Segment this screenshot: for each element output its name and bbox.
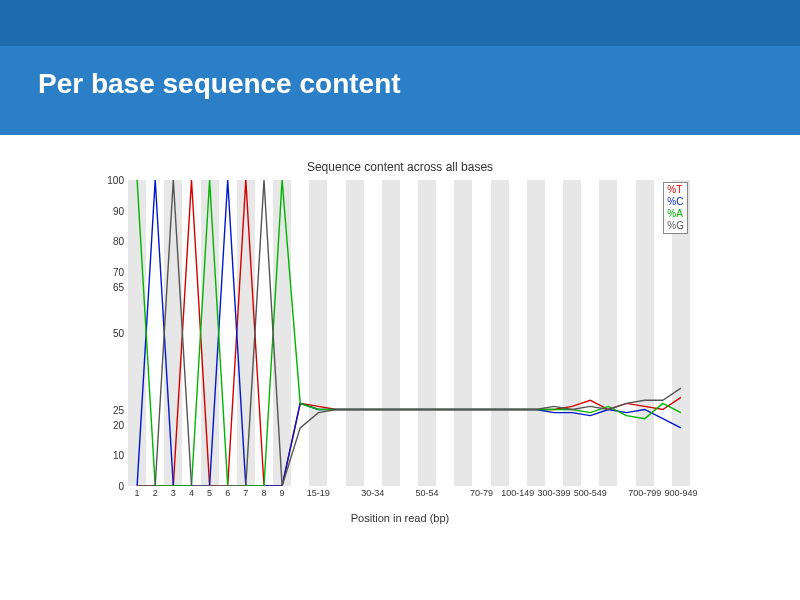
x-tick: 6 bbox=[225, 488, 230, 498]
legend-item-a: %A bbox=[667, 208, 684, 220]
x-tick: 50-54 bbox=[416, 488, 439, 498]
x-tick: 15-19 bbox=[307, 488, 330, 498]
x-tick: 300-399 bbox=[538, 488, 571, 498]
header-banner: Per base sequence content bbox=[0, 0, 800, 135]
legend-item-t: %T bbox=[667, 184, 684, 196]
page-title: Per base sequence content bbox=[0, 46, 800, 100]
x-tick: 7 bbox=[243, 488, 248, 498]
x-tick: 8 bbox=[261, 488, 266, 498]
x-tick: 4 bbox=[189, 488, 194, 498]
y-tick: 65 bbox=[113, 282, 124, 293]
x-tick: 9 bbox=[280, 488, 285, 498]
chart-container: Sequence content across all bases 010202… bbox=[100, 160, 700, 520]
y-tick: 50 bbox=[113, 328, 124, 339]
x-tick: 500-549 bbox=[574, 488, 607, 498]
x-tick: 70-79 bbox=[470, 488, 493, 498]
x-tick: 3 bbox=[171, 488, 176, 498]
legend-item-g: %G bbox=[667, 220, 684, 232]
x-tick: 700-799 bbox=[628, 488, 661, 498]
chart-lines bbox=[128, 180, 690, 486]
x-tick: 900-949 bbox=[664, 488, 697, 498]
plot-area: 01020255065708090100 12345678915-1930-34… bbox=[128, 180, 690, 486]
y-tick: 80 bbox=[113, 236, 124, 247]
y-tick: 100 bbox=[107, 175, 124, 186]
y-tick: 10 bbox=[113, 450, 124, 461]
y-tick: 70 bbox=[113, 266, 124, 277]
x-tick: 100-149 bbox=[501, 488, 534, 498]
y-tick: 20 bbox=[113, 419, 124, 430]
x-tick: 2 bbox=[153, 488, 158, 498]
chart-title: Sequence content across all bases bbox=[100, 160, 700, 174]
y-tick: 25 bbox=[113, 404, 124, 415]
x-tick: 30-34 bbox=[361, 488, 384, 498]
x-tick: 5 bbox=[207, 488, 212, 498]
legend-item-c: %C bbox=[667, 196, 684, 208]
x-tick: 1 bbox=[135, 488, 140, 498]
header-banner-top bbox=[0, 0, 800, 46]
series-a bbox=[137, 180, 681, 486]
y-tick: 90 bbox=[113, 205, 124, 216]
legend: %T %C %A %G bbox=[663, 182, 688, 234]
y-tick: 0 bbox=[118, 481, 124, 492]
x-axis-label: Position in read (bp) bbox=[100, 512, 700, 524]
